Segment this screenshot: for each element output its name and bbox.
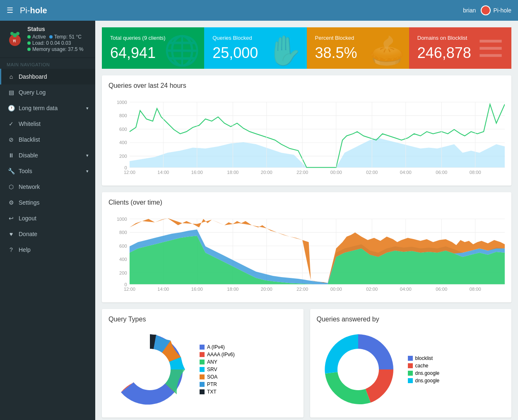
legend-item-blocklist: blocklist	[408, 355, 440, 361]
topnav-left: ☰ Pi-hole	[7, 6, 47, 15]
legend-dot-any	[200, 360, 205, 364]
pihole-logo-icon	[481, 5, 491, 15]
clients-chart-svg: 1000 800 600 400 200 0 12:00 14:00 16:00…	[108, 211, 505, 294]
stat-card-content: Percent Blocked 38.5%	[315, 35, 357, 62]
svg-rect-7	[479, 54, 501, 57]
sidebar-item-label: Settings	[19, 199, 40, 206]
stat-label-domains: Domains on Blocklist	[417, 35, 471, 41]
sidebar-item-whitelist[interactable]: ✓ Whitelist	[0, 116, 95, 132]
legend-item-dns-google-2: dns.google	[408, 378, 440, 384]
sidebar-item-query-log[interactable]: ▤ Query Log	[0, 84, 95, 100]
sidebar-item-label: Blacklist	[19, 136, 40, 143]
sidebar-item-dashboard[interactable]: ⌂ Dashboard	[0, 69, 95, 84]
stat-card-content: Domains on Blocklist 246,878	[417, 35, 471, 62]
svg-text:00:00: 00:00	[330, 287, 342, 292]
pie2-content: blocklist cache dns.google dns.goog	[317, 328, 505, 411]
svg-text:1000: 1000	[117, 100, 127, 105]
svg-text:20:00: 20:00	[261, 287, 272, 292]
sidebar-item-settings[interactable]: ⚙ Settings	[0, 195, 95, 210]
query-log-icon: ▤	[8, 89, 14, 96]
legend-dot-cache	[408, 363, 413, 368]
legend-dot-txt	[200, 389, 205, 394]
logout-icon: ↩	[8, 215, 14, 222]
svg-text:22:00: 22:00	[296, 287, 308, 292]
svg-text:400: 400	[119, 257, 127, 262]
pihole-raspberry-icon: π	[7, 31, 23, 48]
sidebar-item-help[interactable]: ? Help	[0, 242, 95, 258]
stat-card-domains-blocklist[interactable]: Domains on Blocklist 246,878	[409, 27, 511, 69]
legend-label: blocklist	[415, 355, 433, 361]
svg-text:16:00: 16:00	[191, 287, 203, 292]
sidebar-item-disable[interactable]: ⏸ Disable ▾	[0, 147, 95, 163]
legend-dot-dns1	[408, 371, 413, 376]
globe-icon: 🌐	[164, 34, 200, 68]
stat-value-total: 64,941	[110, 44, 166, 62]
stat-card-queries-blocked[interactable]: Queries Blocked 25,000 ✋	[204, 27, 306, 69]
pihole-name: Pi-hole	[493, 7, 511, 14]
sidebar-item-label: Network	[19, 183, 40, 190]
svg-text:04:00: 04:00	[400, 170, 412, 175]
hamburger-menu[interactable]: ☰	[7, 6, 13, 15]
temp-dot	[49, 35, 53, 39]
sidebar-item-blacklist[interactable]: ⊘ Blacklist	[0, 132, 95, 147]
queries-answered-title: Queries answered by	[317, 316, 505, 323]
stat-card-percent-blocked[interactable]: Percent Blocked 38.5% 🥧	[307, 27, 409, 69]
topnav-right: brian Pi-hole	[463, 5, 511, 15]
status-memory-row: Memory usage: 37.5 %	[27, 46, 83, 52]
active-dot	[27, 35, 31, 39]
sidebar-item-long-term-data[interactable]: 🕐 Long term data ▾	[0, 100, 95, 116]
sidebar-item-tools[interactable]: 🔧 Tools ▾	[0, 163, 95, 179]
svg-text:π: π	[13, 39, 16, 43]
svg-text:14:00: 14:00	[157, 287, 169, 292]
queries-answered-pie	[317, 328, 400, 411]
svg-rect-6	[479, 47, 501, 50]
hand-icon: ✋	[267, 34, 303, 68]
sidebar-item-logout[interactable]: ↩ Logout	[0, 210, 95, 226]
clients-chart-box: Clients (over time)	[102, 192, 511, 302]
svg-text:22:00: 22:00	[296, 170, 308, 175]
svg-text:06:00: 06:00	[436, 287, 447, 292]
settings-icon: ⚙	[8, 199, 14, 206]
legend-label: AAAA (IPv6)	[207, 352, 235, 357]
stat-value-blocked: 25,000	[212, 44, 258, 62]
sidebar-item-donate[interactable]: ♥ Donate	[0, 226, 95, 242]
legend-label: dns.google	[415, 370, 440, 376]
legend-item-soa: SOA	[200, 374, 235, 380]
sidebar-item-label: Help	[19, 246, 31, 253]
legend-item-ipv4: A (IPv4)	[200, 344, 235, 350]
sidebar-item-network[interactable]: ⬡ Network	[0, 179, 95, 195]
sidebar-item-label: Query Log	[19, 89, 46, 96]
svg-text:14:00: 14:00	[157, 170, 169, 175]
pihole-label: Pi-hole	[481, 5, 511, 15]
svg-text:1000: 1000	[117, 217, 127, 222]
bottom-row: Query Types	[102, 309, 511, 418]
legend-label: ANY	[207, 359, 217, 365]
svg-point-78	[129, 349, 171, 390]
legend-item-ptr: PTR	[200, 381, 235, 387]
legend-label: SRV	[207, 367, 217, 372]
status-title: Status	[27, 26, 83, 32]
svg-text:200: 200	[119, 154, 127, 159]
svg-point-79	[337, 349, 379, 390]
sidebar-item-label: Dashboard	[19, 73, 47, 80]
query-types-title: Query Types	[108, 316, 297, 323]
svg-text:16:00: 16:00	[191, 170, 203, 175]
main-content: Total queries (9 clients) 64,941 🌐 Queri…	[95, 21, 518, 420]
stat-card-total-queries[interactable]: Total queries (9 clients) 64,941 🌐	[102, 27, 204, 69]
svg-text:12:00: 12:00	[124, 287, 135, 292]
chevron-down-icon: ▾	[86, 153, 89, 158]
stat-label-blocked: Queries Blocked	[212, 35, 258, 41]
legend-dot-dns2	[408, 378, 413, 383]
status-load: Load: 0 0.04 0.03	[32, 40, 71, 46]
stat-value-domains: 246,878	[417, 44, 471, 62]
status-memory: Memory usage: 37.5 %	[32, 46, 83, 52]
svg-text:02:00: 02:00	[366, 287, 378, 292]
svg-text:400: 400	[119, 140, 127, 145]
queries-chart-box: Queries over last 24 hours 1000 800 600 …	[102, 75, 511, 186]
stat-card-content: Total queries (9 clients) 64,941	[110, 35, 166, 62]
legend-label: SOA	[207, 374, 217, 380]
svg-text:600: 600	[119, 127, 127, 132]
sidebar-status: π Status Active Temp: 51 °C Load: 0 0.04…	[0, 21, 95, 58]
svg-text:800: 800	[119, 113, 127, 118]
pie-icon: 🥧	[369, 34, 405, 68]
